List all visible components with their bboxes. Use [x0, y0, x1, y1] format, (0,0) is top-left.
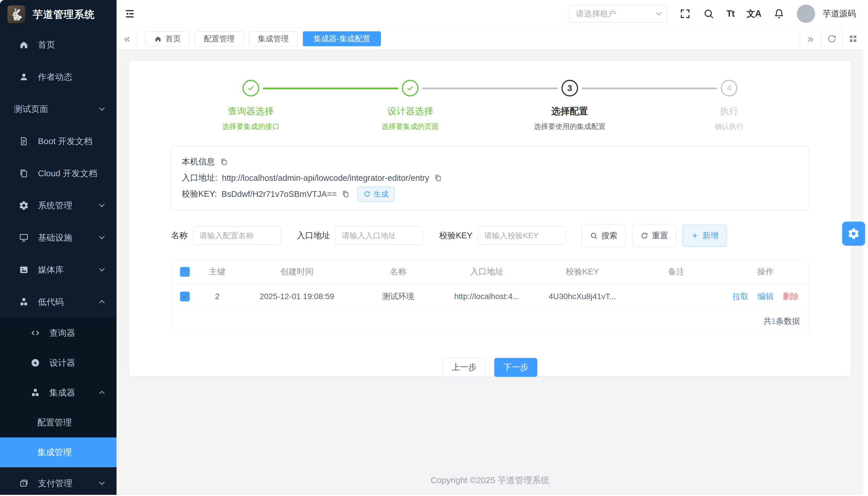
app-window: 🐇 芋道管理系统 首页 作者动态 测试页面 Boot 开发文档 Clo [0, 0, 864, 495]
sidebar: 🐇 芋道管理系统 首页 作者动态 测试页面 Boot 开发文档 Clo [0, 0, 117, 495]
font-size-icon[interactable]: Tt [727, 9, 734, 19]
sidebar-item-cloud-docs[interactable]: Cloud 开发文档 [0, 157, 117, 189]
config-table: 主键 创建时间 名称 入口地址 校验KEY 备注 操作 2 2025-12-01… [171, 260, 809, 333]
pull-link[interactable]: 拉取 [732, 292, 748, 301]
sidebar-submenu-media-library[interactable]: 媒体库 [0, 254, 117, 286]
sidebar-menu: 首页 作者动态 测试页面 Boot 开发文档 Cloud 开发文档 系统管理 [0, 29, 117, 495]
filter-name: 名称 [171, 227, 281, 245]
delete-link[interactable]: 删除 [783, 292, 799, 301]
sidebar-item-designer[interactable]: 设计器 [0, 348, 117, 378]
tenant-select[interactable] [569, 5, 667, 23]
add-button[interactable]: 新增 [683, 225, 727, 247]
sidebar-collapse-icon[interactable] [124, 8, 136, 19]
sidebar-item-integration-management[interactable]: 集成管理 [0, 437, 117, 467]
column-header-key: 校验KEY [534, 266, 630, 278]
topbar: Tt 文A 芋道源码 [117, 0, 864, 28]
main-area: Tt 文A 芋道源码 « 首页 配置管理 集成管理 [117, 0, 864, 495]
topbar-actions: Tt 文A 芋道源码 [569, 4, 856, 23]
entry-input[interactable] [335, 227, 423, 245]
copy-icon[interactable] [341, 190, 350, 198]
generate-key-button[interactable]: 生成 [357, 187, 395, 202]
table-summary: 共 1 条数据 [171, 309, 809, 333]
sidebar-item-boot-docs[interactable]: Boot 开发文档 [0, 125, 117, 157]
username[interactable]: 芋道源码 [823, 8, 856, 19]
column-header-remark: 备注 [630, 266, 723, 278]
column-header-id: 主键 [198, 266, 236, 278]
sidebar-item-home[interactable]: 首页 [0, 29, 117, 61]
step-check-icon [402, 80, 418, 96]
next-step-button[interactable]: 下一步 [494, 358, 537, 377]
monitor-icon [18, 232, 30, 243]
home-icon [18, 40, 30, 50]
cubes-icon [18, 297, 30, 307]
steps: 查询器选择 选择要集成的接口 设计器选择 选择要集成的页面 3 选择配置 选择要… [171, 61, 809, 131]
theme-settings-button[interactable] [842, 221, 865, 246]
cell-entry: http://localhost:4... [439, 292, 534, 301]
language-icon[interactable]: 文A [747, 8, 761, 20]
tenant-select-input[interactable] [576, 9, 651, 18]
document-icon [18, 136, 30, 146]
row-checkbox[interactable] [180, 292, 190, 301]
cell-key: 4U30hcXu8j41vT... [534, 292, 630, 301]
sidebar-item-querier[interactable]: 查询器 [0, 318, 117, 348]
verify-key-line: 校验KEY: BsDdwf/H2r71v7oSBmVTJA== 生成 [182, 186, 798, 202]
column-header-name: 名称 [357, 266, 439, 278]
verify-key-value: BsDdwf/H2r71v7oSBmVTJA== [221, 189, 337, 199]
fullscreen-icon[interactable] [679, 8, 691, 19]
search-icon[interactable] [703, 8, 714, 19]
name-input[interactable] [193, 227, 281, 245]
page-content: 查询器选择 选择要集成的接口 设计器选择 选择要集成的页面 3 选择配置 选择要… [117, 50, 864, 495]
sidebar-submenu-infrastructure[interactable]: 基础设施 [0, 221, 117, 254]
reset-button[interactable]: 重置 [632, 225, 676, 247]
layout-grid-icon[interactable] [842, 28, 864, 50]
app-logo-area[interactable]: 🐇 芋道管理系统 [0, 0, 117, 29]
tab-config-management[interactable]: 配置管理 [195, 31, 244, 46]
sidebar-submenu-lowcode[interactable]: 低代码 [0, 286, 117, 318]
chevron-up-icon [99, 300, 105, 306]
sidebar-submenu-integrator[interactable]: 集成器 [0, 378, 117, 407]
select-all-checkbox[interactable] [180, 267, 190, 277]
sidebar-item-config-management[interactable]: 配置管理 [0, 407, 117, 437]
chevron-down-icon [99, 105, 105, 111]
chevron-down-icon [99, 266, 105, 272]
entry-address-value: http://localhost/admin-api/lowcode/integ… [222, 173, 429, 183]
wizard-card: 查询器选择 选择要集成的接口 设计器选择 选择要集成的页面 3 选择配置 选择要… [129, 61, 851, 376]
cubes-icon [29, 388, 41, 398]
gear-icon [18, 200, 30, 211]
verify-key-label: 校验KEY: [182, 188, 217, 200]
previous-step-button[interactable]: 上一步 [443, 358, 486, 377]
tabs-scroll-left-icon[interactable]: « [117, 28, 138, 50]
step-querier-select: 查询器选择 选择要集成的接口 [171, 80, 331, 131]
sidebar-submenu-test-pages[interactable]: 测试页面 [0, 93, 117, 125]
filter-buttons: 搜索 重置 新增 [582, 225, 727, 247]
search-button[interactable]: 搜索 [582, 225, 626, 247]
chevron-down-icon [656, 10, 662, 16]
cell-name: 测试环境 [357, 291, 439, 302]
gear-icon [847, 227, 860, 240]
refresh-page-icon[interactable] [821, 28, 842, 50]
tab-integrator-config[interactable]: 集成器-集成配置 [303, 31, 381, 46]
tabs-scroll-right-icon[interactable]: » [800, 28, 821, 50]
sidebar-item-author-news[interactable]: 作者动态 [0, 61, 117, 93]
tab-home[interactable]: 首页 [145, 31, 190, 46]
tab-integration-management[interactable]: 集成管理 [249, 31, 298, 46]
user-icon [18, 72, 30, 82]
step-check-icon [243, 80, 259, 96]
designer-icon [29, 358, 41, 368]
copy-icon[interactable] [220, 158, 228, 166]
notification-bell-icon[interactable] [773, 8, 785, 19]
home-icon [154, 35, 162, 43]
filter-entry: 入口地址 [297, 227, 423, 245]
entry-label: 入口地址 [297, 230, 330, 242]
user-avatar[interactable] [797, 4, 815, 23]
host-info-title: 本机信息 [182, 156, 215, 168]
edit-link[interactable]: 编辑 [758, 292, 774, 301]
code-icon [29, 328, 41, 338]
sidebar-submenu-payment[interactable]: 支付管理 [0, 467, 117, 495]
copy-icon[interactable] [434, 174, 442, 182]
copyright-footer: Copyright ©2025 芋道管理系统 [117, 475, 864, 486]
host-info-box: 本机信息 入口地址: http://localhost/admin-api/lo… [171, 146, 809, 210]
tabs: 首页 配置管理 集成管理 集成器-集成配置 [138, 28, 800, 50]
sidebar-submenu-system[interactable]: 系统管理 [0, 189, 117, 221]
key-input[interactable] [478, 227, 565, 245]
